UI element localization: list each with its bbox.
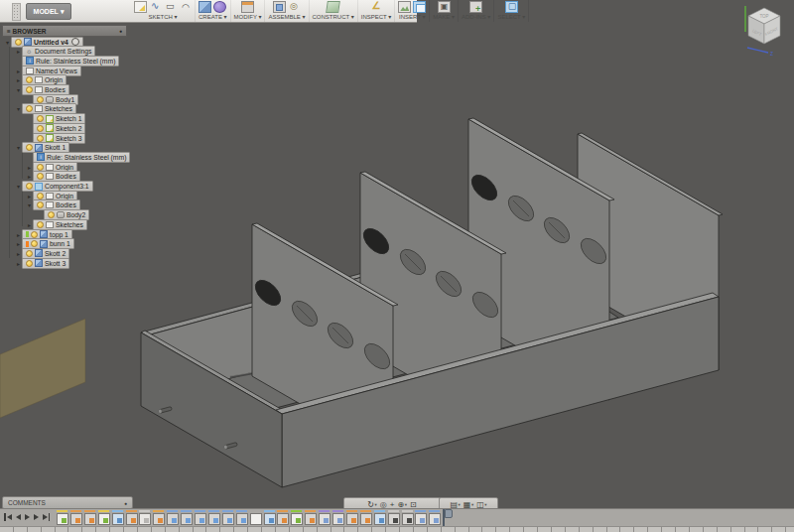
bulb-icon[interactable] <box>26 105 33 112</box>
expander-closed-icon[interactable]: ▸ <box>15 231 22 238</box>
play-button[interactable] <box>25 512 30 521</box>
toolbar-menu-assemble[interactable]: ASSEMBLE ▾ <box>268 14 305 21</box>
construct-plane-icon[interactable] <box>326 1 340 13</box>
timeline-ruler[interactable] <box>0 526 794 532</box>
toolbar-menu-sketch[interactable]: SKETCH ▾ <box>148 14 177 21</box>
timeline-feature-box-icon[interactable] <box>222 510 233 525</box>
bulb-icon[interactable] <box>37 115 44 122</box>
expander-closed-icon[interactable]: ▸ <box>15 67 22 74</box>
expander-open-icon[interactable]: ▾ <box>26 201 33 208</box>
bulb-icon[interactable] <box>48 211 55 218</box>
timeline-feature-comp-icon[interactable] <box>415 510 426 525</box>
expander-open-icon[interactable]: ▾ <box>4 39 11 46</box>
addins-icon[interactable] <box>469 1 482 13</box>
toolbar-menu-select[interactable]: SELECT ▾ <box>497 14 525 21</box>
create-sketch-icon[interactable] <box>134 1 147 13</box>
browser-row-skott-3[interactable]: ▸Skott 3 <box>15 258 69 268</box>
expander-closed-icon[interactable]: ▸ <box>26 193 33 200</box>
expander-closed-icon[interactable]: ▸ <box>15 240 22 247</box>
browser-row-rule-stainless-steel-mm[interactable]: Rule: Stainless Steel (mm) <box>15 56 119 66</box>
bulb-icon[interactable] <box>31 231 38 238</box>
new-component-icon[interactable] <box>273 1 286 13</box>
toolbar-menu-construct[interactable]: CONSTRUCT ▾ <box>313 14 354 21</box>
workspace-switcher-button[interactable]: MODEL ▾ <box>26 3 71 20</box>
timeline-feature-feature-icon[interactable] <box>360 510 371 525</box>
model-viewport[interactable] <box>0 0 794 532</box>
primitive-sphere-icon[interactable] <box>213 1 226 13</box>
bulb-icon[interactable] <box>26 144 33 151</box>
bulb-icon[interactable] <box>26 250 33 257</box>
timeline-feature-feature-icon[interactable] <box>84 510 95 525</box>
step-back-button[interactable] <box>16 512 21 521</box>
make-icon[interactable] <box>438 1 451 13</box>
timeline-feature-comp-icon[interactable] <box>332 510 343 525</box>
expander-closed-icon[interactable]: ▸ <box>26 221 33 228</box>
toolbar-menu-modify[interactable]: MODIFY ▾ <box>234 14 262 21</box>
filter-dot-icon[interactable]: ● <box>119 28 122 34</box>
rectangle-icon[interactable] <box>164 1 177 13</box>
timeline-feature-move-icon[interactable] <box>402 510 413 525</box>
timeline-feature-box-icon[interactable] <box>167 510 178 525</box>
expander-open-icon[interactable]: ▾ <box>15 105 22 112</box>
go-to-start-button[interactable] <box>4 512 12 521</box>
expander-open-icon[interactable]: ▾ <box>15 183 22 190</box>
press-pull-icon[interactable] <box>241 1 254 13</box>
toolbar-menu-inspect[interactable]: INSPECT ▾ <box>361 14 392 21</box>
bulb-icon[interactable] <box>37 221 44 228</box>
timeline-feature-sketch-icon[interactable] <box>291 510 302 525</box>
toolbar-grip-handle[interactable] <box>12 3 21 21</box>
timeline-feature-feature-icon[interactable] <box>277 510 288 525</box>
bulb-icon[interactable] <box>37 135 44 142</box>
expander-closed-icon[interactable]: ▸ <box>15 48 22 55</box>
timeline-feature-comp-icon[interactable] <box>319 510 330 525</box>
expander-closed-icon[interactable]: ▸ <box>15 76 22 83</box>
toolbar-menu-make[interactable]: MAKE ▾ <box>433 14 455 21</box>
bulb-icon[interactable] <box>37 96 44 103</box>
expander-open-icon[interactable]: ▾ <box>15 86 22 93</box>
timeline-feature-feature-icon[interactable] <box>153 510 164 525</box>
spline-icon[interactable] <box>149 1 162 13</box>
toolbar-menu-insert[interactable]: INSERT ▾ <box>399 14 425 21</box>
timeline-feature-box-icon[interactable] <box>236 510 247 525</box>
expander-closed-icon[interactable]: ▸ <box>26 164 33 171</box>
bulb-icon[interactable] <box>37 125 44 132</box>
timeline-feature-flange-icon[interactable] <box>264 510 275 525</box>
timeline-feature-comp-icon[interactable] <box>429 510 440 525</box>
bulb-icon[interactable] <box>37 164 44 171</box>
timeline-feature-doc-icon[interactable] <box>139 510 150 525</box>
expander-open-icon[interactable]: ▾ <box>15 144 22 151</box>
bulb-icon[interactable] <box>15 39 22 46</box>
joint-icon[interactable] <box>288 1 301 13</box>
timeline-feature-flange-icon[interactable] <box>374 510 385 525</box>
primitive-box-icon[interactable] <box>198 1 211 13</box>
bulb-icon[interactable] <box>37 201 44 208</box>
browser-row-sketch-2[interactable]: Sketch 2 <box>26 123 85 133</box>
bulb-icon[interactable] <box>26 260 33 267</box>
go-to-end-button[interactable] <box>43 512 51 521</box>
tree-item-pill[interactable]: Skott 3 <box>22 258 69 269</box>
document-badge-icon[interactable] <box>71 38 79 46</box>
timeline-feature-flange-icon[interactable] <box>112 510 123 525</box>
timeline-feature-move-icon[interactable] <box>388 510 399 525</box>
browser-row-sketches[interactable]: ▸Sketches <box>26 219 87 229</box>
insert-image-icon[interactable] <box>398 1 411 13</box>
select-icon[interactable] <box>505 1 518 13</box>
expander-closed-icon[interactable]: ▸ <box>26 173 33 180</box>
timeline-feature-feature-icon[interactable] <box>346 510 357 525</box>
expander-closed-icon[interactable]: ▸ <box>15 260 22 267</box>
arc-icon[interactable] <box>179 1 192 13</box>
sketch-plane-offcanvas[interactable] <box>0 319 85 418</box>
toolbar-menu-create[interactable]: CREATE ▾ <box>198 14 227 21</box>
timeline-feature-blank-icon[interactable] <box>250 510 261 525</box>
bulb-icon[interactable] <box>26 183 33 190</box>
timeline-feature-box-icon[interactable] <box>208 510 219 525</box>
expander-closed-icon[interactable]: ▸ <box>15 250 22 257</box>
view-cube[interactable]: TOP LEFT FRONT Z <box>738 2 788 56</box>
browser-header[interactable]: ≡ BROWSER ● <box>2 25 127 37</box>
timeline-feature-sketch-icon[interactable] <box>98 510 109 525</box>
insert-active-icon[interactable] <box>413 1 426 13</box>
browser-row-skott-2[interactable]: ▸Skott 2 <box>15 248 69 258</box>
timeline-feature-box-icon[interactable] <box>181 510 192 525</box>
bulb-icon[interactable] <box>26 76 33 83</box>
measure-icon[interactable] <box>370 1 383 13</box>
